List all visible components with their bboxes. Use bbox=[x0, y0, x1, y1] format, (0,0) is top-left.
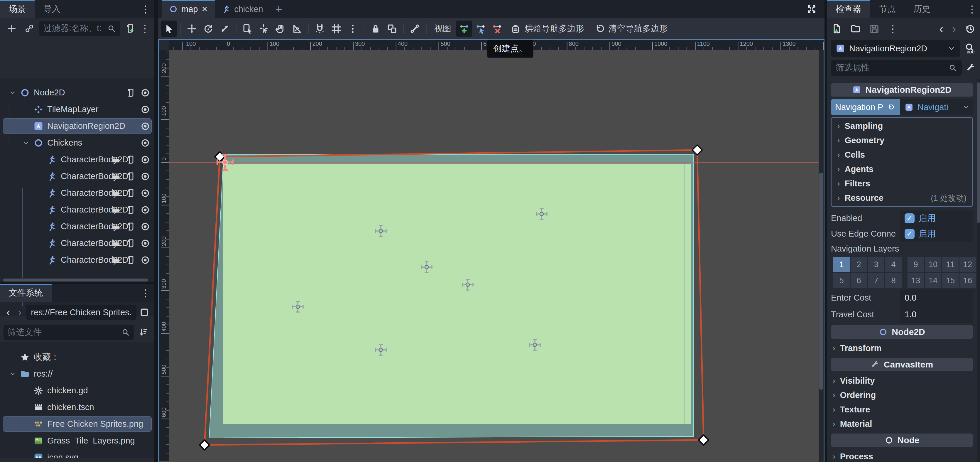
canvas[interactable] bbox=[169, 50, 819, 462]
scene-filter-input[interactable]: 过滤器:名称、t: bbox=[39, 21, 120, 36]
scene-tree-item-characterbody2d[interactable]: CharacterBody2D bbox=[0, 235, 154, 252]
layer-cell-4[interactable]: 4 bbox=[885, 257, 902, 272]
chevron-down-icon[interactable] bbox=[963, 104, 973, 111]
layer-cell-5[interactable]: 5 bbox=[833, 273, 850, 288]
scene-tree-menu-icon[interactable]: ⋮ bbox=[140, 24, 150, 33]
extra-tools-icon[interactable] bbox=[966, 63, 976, 73]
scene-dock-menu-icon[interactable]: ⋮ bbox=[140, 4, 151, 14]
bone-button[interactable] bbox=[407, 21, 423, 37]
right-dock-splitter[interactable] bbox=[824, 0, 827, 462]
navigation-polygon-label[interactable]: Navigation P bbox=[831, 99, 900, 115]
tab-node[interactable]: 节点 bbox=[870, 0, 905, 18]
viewport-vscrollbar[interactable] bbox=[819, 50, 824, 462]
filesystem-item-chicken-gd[interactable]: chicken.gd bbox=[0, 382, 154, 399]
clear-navigation-polygon-button[interactable]: 清空导航多边形 bbox=[589, 21, 673, 37]
select-button[interactable] bbox=[161, 21, 177, 37]
eye-toggle-icon[interactable] bbox=[140, 105, 150, 114]
tab-scene[interactable]: 场景 bbox=[0, 0, 35, 18]
point-edit-button[interactable] bbox=[473, 21, 489, 37]
property-group-texture[interactable]: ›Texture bbox=[827, 402, 977, 417]
filesystem-item--[interactable]: 收藏： bbox=[0, 349, 154, 365]
layer-cell-2[interactable]: 2 bbox=[851, 257, 867, 272]
layer-cell-16[interactable]: 16 bbox=[959, 273, 976, 288]
fs-forward-button[interactable]: › bbox=[15, 306, 25, 319]
property-group-resource[interactable]: ›Resource(1 处改动) bbox=[832, 191, 972, 205]
load-resource-icon[interactable] bbox=[850, 24, 861, 34]
filesystem-item-grass-tile-layers-png[interactable]: Grass_Tile_Layers.png bbox=[0, 432, 154, 449]
eye-toggle-icon[interactable] bbox=[140, 88, 150, 97]
fs-path-field[interactable]: res://Free Chicken Sprites. bbox=[26, 305, 136, 320]
checkbox-checked-icon[interactable]: ✓ bbox=[905, 213, 915, 223]
category-node2d[interactable]: Node2D bbox=[831, 325, 973, 339]
new-resource-icon[interactable] bbox=[832, 24, 842, 34]
property-filter-input[interactable]: 筛选属性 bbox=[831, 60, 962, 76]
scene-tab-chicken[interactable]: chicken bbox=[215, 0, 270, 18]
fs-back-button[interactable]: ‹ bbox=[3, 306, 13, 319]
scene-tree-item-tilemaplayer[interactable]: TileMapLayer bbox=[0, 101, 154, 118]
eye-toggle-icon[interactable] bbox=[140, 239, 150, 248]
grid-snap-button[interactable] bbox=[328, 21, 344, 37]
property-group-agents[interactable]: ›Agents bbox=[832, 162, 972, 177]
list-select-button[interactable] bbox=[239, 21, 256, 37]
scene-tree-item-characterbody2d[interactable]: CharacterBody2D bbox=[0, 151, 154, 168]
collapse-arrow-icon[interactable] bbox=[22, 139, 30, 147]
category-navigationregion2d[interactable]: NavigationRegion2D bbox=[831, 83, 973, 97]
ruler-tool-button[interactable] bbox=[289, 21, 305, 37]
script-toggle-icon[interactable] bbox=[126, 88, 135, 97]
point-delete-button[interactable] bbox=[489, 21, 505, 37]
scene-tree-item-characterbody2d[interactable]: CharacterBody2D bbox=[0, 168, 154, 185]
filesystem-item-icon-svg[interactable]: icon.svg bbox=[0, 449, 154, 458]
scene-tab-map[interactable]: map ✕ bbox=[162, 0, 215, 18]
property-value-field[interactable]: 0.0 bbox=[900, 289, 973, 306]
navigation-polygon-value[interactable]: Navigati bbox=[900, 99, 973, 115]
eye-toggle-icon[interactable] bbox=[140, 188, 150, 198]
eye-toggle-icon[interactable] bbox=[140, 138, 150, 148]
scene-tree-item-node2d[interactable]: Node2D bbox=[0, 84, 154, 101]
revert-icon[interactable] bbox=[887, 103, 894, 111]
inspector-scrollbar[interactable] bbox=[977, 79, 980, 462]
property-group-filters[interactable]: ›Filters bbox=[832, 177, 972, 191]
checkbox-checked-icon[interactable]: ✓ bbox=[905, 229, 915, 239]
layer-cell-9[interactable]: 9 bbox=[907, 257, 924, 272]
scene-tree-item-characterbody2d[interactable]: CharacterBody2D bbox=[0, 201, 154, 218]
fs-filter-input[interactable]: 筛选文件 bbox=[3, 325, 134, 340]
group-button[interactable] bbox=[384, 21, 400, 37]
more-button[interactable] bbox=[344, 21, 361, 37]
tab-filesystem[interactable]: 文件系统 bbox=[0, 284, 52, 302]
property-group-transform[interactable]: ›Transform bbox=[827, 341, 977, 355]
tab-import[interactable]: 导入 bbox=[35, 0, 69, 18]
history-back-icon[interactable]: ‹ bbox=[939, 22, 943, 35]
scene-tree-item-characterbody2d[interactable]: CharacterBody2D bbox=[0, 218, 154, 235]
tab-history[interactable]: 历史 bbox=[905, 0, 939, 18]
property-group-sampling[interactable]: ›Sampling bbox=[832, 119, 972, 133]
scene-tree-item-characterbody2d[interactable]: CharacterBody2D bbox=[0, 252, 154, 268]
filesystem-item-free-chicken-sprites-png[interactable]: Free Chicken Sprites.png bbox=[0, 416, 154, 432]
filesystem-menu-icon[interactable]: ⋮ bbox=[140, 288, 151, 298]
history-list-icon[interactable] bbox=[965, 24, 975, 34]
category-canvasitem[interactable]: CanvasItem bbox=[831, 358, 973, 371]
viewport[interactable]: -100010020030040050060070080090010001100… bbox=[158, 39, 824, 462]
layer-cell-11[interactable]: 11 bbox=[942, 257, 959, 272]
eye-toggle-icon[interactable] bbox=[140, 222, 150, 231]
property-group-process[interactable]: ›Process bbox=[827, 449, 977, 462]
property-group-geometry[interactable]: ›Geometry bbox=[832, 133, 972, 148]
lock-button[interactable] bbox=[368, 21, 384, 37]
new-scene-tab-button[interactable]: + bbox=[270, 0, 288, 18]
point-create-button[interactable] bbox=[456, 21, 473, 37]
property-group-cells[interactable]: ›Cells bbox=[832, 148, 972, 162]
layer-cell-10[interactable]: 10 bbox=[925, 257, 941, 272]
filesystem-item-chicken-tscn[interactable]: chicken.tscn bbox=[0, 399, 154, 416]
layer-cell-6[interactable]: 6 bbox=[851, 273, 867, 288]
rotate-button[interactable] bbox=[200, 21, 216, 37]
open-docs-icon[interactable]: DOC bbox=[964, 43, 976, 54]
navigation-layers-grid[interactable]: 12349101112567813141516 bbox=[833, 257, 976, 288]
add-node-button[interactable] bbox=[4, 21, 19, 36]
layer-cell-7[interactable]: 7 bbox=[868, 273, 885, 288]
eye-toggle-icon[interactable] bbox=[140, 121, 150, 131]
eye-toggle-icon[interactable] bbox=[140, 205, 150, 215]
property-group-ordering[interactable]: ›Ordering bbox=[827, 388, 977, 402]
layer-cell-3[interactable]: 3 bbox=[868, 257, 885, 272]
eye-toggle-icon[interactable] bbox=[140, 255, 150, 265]
eye-toggle-icon[interactable] bbox=[140, 155, 150, 164]
save-resource-icon[interactable] bbox=[869, 24, 880, 34]
